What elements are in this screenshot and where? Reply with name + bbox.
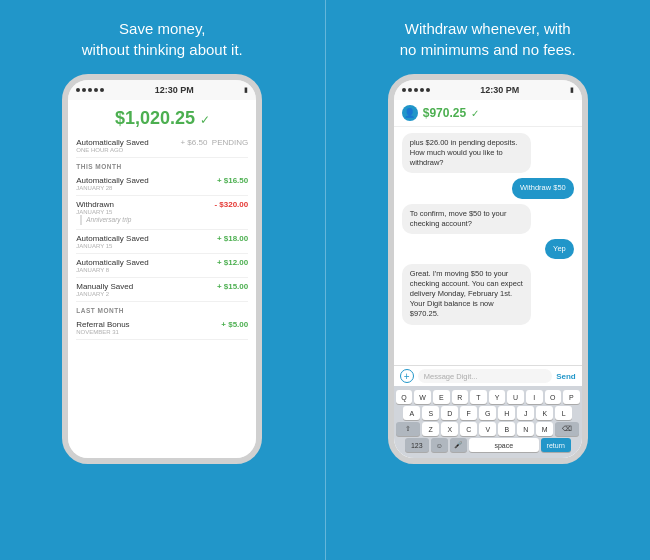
key-numbers[interactable]: 123 <box>405 438 429 452</box>
key-t[interactable]: T <box>470 390 487 404</box>
msg-text: Withdraw $50 <box>520 183 566 192</box>
tx-label: Automatically Saved <box>76 258 148 267</box>
signal-dots <box>76 88 104 92</box>
tx-item: Manually Saved JANUARY 2 + $15.00 <box>76 278 248 302</box>
tx-amount: + $5.00 <box>221 320 248 329</box>
left-status-bar: 12:30 PM ▮ <box>68 80 256 100</box>
key-space[interactable]: space <box>469 438 539 452</box>
key-v[interactable]: V <box>479 422 496 436</box>
key-h[interactable]: H <box>498 406 515 420</box>
tx-label: Manually Saved <box>76 282 133 291</box>
chat-input-bar: + Message Digit... Send <box>394 365 582 386</box>
key-shift[interactable]: ⇧ <box>396 422 420 436</box>
keyboard-row-4: 123 ☺ 🎤 space return <box>396 438 580 452</box>
tx-amount: + $6.50 PENDING <box>180 138 248 147</box>
tx-label: Automatically Saved <box>76 138 148 147</box>
tx-withdrawn: Withdrawn JANUARY 15 Anniversary trip - … <box>76 196 248 230</box>
tx-date: JANUARY 28 <box>76 185 148 191</box>
chat-plus-button[interactable]: + <box>400 369 414 383</box>
msg-bubble: plus $26.00 in pending deposits. How muc… <box>402 133 531 173</box>
tx-item: Automatically Saved JANUARY 28 + $16.50 <box>76 172 248 196</box>
right-screen: 👤 $970.25 ✓ plus $26.00 in pending depos… <box>394 100 582 458</box>
right-time: 12:30 PM <box>480 85 519 95</box>
signal-dots <box>402 88 430 92</box>
section-last-month: LAST MONTH <box>76 302 248 316</box>
chat-input[interactable]: Message Digit... <box>418 369 552 383</box>
tx-label: Automatically Saved <box>76 234 148 243</box>
left-phone: 12:30 PM ▮ $1,020.25 ✓ Automatically Sav… <box>62 74 262 464</box>
tx-amount: + $15.00 <box>217 282 248 291</box>
key-b[interactable]: B <box>498 422 515 436</box>
key-d[interactable]: D <box>441 406 458 420</box>
chat-placeholder: Message Digit... <box>424 372 478 381</box>
keyboard-row-1: Q W E R T Y U I O P <box>396 390 580 404</box>
balance-amount: $1,020.25 <box>115 108 195 128</box>
chat-check-icon: ✓ <box>471 108 479 119</box>
key-o[interactable]: O <box>545 390 562 404</box>
key-a[interactable]: A <box>403 406 420 420</box>
right-panel: Withdraw whenever, with no minimums and … <box>326 0 651 560</box>
key-l[interactable]: L <box>555 406 572 420</box>
tx-date: JANUARY 2 <box>76 291 133 297</box>
key-e[interactable]: E <box>433 390 450 404</box>
tx-label: Automatically Saved <box>76 176 148 185</box>
chat-header: 👤 $970.25 ✓ <box>394 100 582 127</box>
left-headline: Save money, without thinking about it. <box>82 18 243 60</box>
tx-date: JANUARY 8 <box>76 267 148 273</box>
tx-amount: + $18.00 <box>217 234 248 243</box>
balance-check-icon: ✓ <box>200 113 210 127</box>
msg-bubble: Yep <box>545 239 574 259</box>
right-status-bar: 12:30 PM ▮ <box>394 80 582 100</box>
tx-amount: - $320.00 <box>214 200 248 209</box>
msg-text: To confirm, move $50 to your checking ac… <box>410 209 507 228</box>
key-k[interactable]: K <box>536 406 553 420</box>
right-battery: ▮ <box>570 86 574 94</box>
key-z[interactable]: Z <box>422 422 439 436</box>
tx-item: Automatically Saved JANUARY 15 + $18.00 <box>76 230 248 254</box>
right-headline: Withdraw whenever, with no minimums and … <box>400 18 576 60</box>
right-phone: 12:30 PM ▮ 👤 $970.25 ✓ plus $26.00 in pe… <box>388 74 588 464</box>
tx-label: Withdrawn <box>76 200 131 209</box>
chat-avatar: 👤 <box>402 105 418 121</box>
msg-bubble: Great. I'm moving $50 to your checking a… <box>402 264 531 325</box>
tx-recent: Automatically Saved ONE HOUR AGO + $6.50… <box>76 134 248 158</box>
key-s[interactable]: S <box>422 406 439 420</box>
key-i[interactable]: I <box>526 390 543 404</box>
key-return[interactable]: return <box>541 438 571 452</box>
chat-send-button[interactable]: Send <box>556 372 576 381</box>
key-f[interactable]: F <box>460 406 477 420</box>
tx-item: Referral Bonus NOVEMBER 31 + $5.00 <box>76 316 248 340</box>
tx-amount: + $16.50 <box>217 176 248 185</box>
key-j[interactable]: J <box>517 406 534 420</box>
tx-date: ONE HOUR AGO <box>76 147 148 153</box>
key-delete[interactable]: ⌫ <box>555 422 579 436</box>
key-n[interactable]: N <box>517 422 534 436</box>
chat-messages: plus $26.00 in pending deposits. How muc… <box>394 127 582 365</box>
key-m[interactable]: M <box>536 422 553 436</box>
tx-date: JANUARY 15 <box>76 243 148 249</box>
key-w[interactable]: W <box>414 390 431 404</box>
key-r[interactable]: R <box>452 390 469 404</box>
msg-bubble: Withdraw $50 <box>512 178 574 198</box>
balance-section: $1,020.25 ✓ <box>68 100 256 134</box>
msg-bubble: To confirm, move $50 to your checking ac… <box>402 204 531 234</box>
keyboard: Q W E R T Y U I O P A S D F G H <box>394 386 582 458</box>
msg-text: plus $26.00 in pending deposits. How muc… <box>410 138 518 167</box>
key-c[interactable]: C <box>460 422 477 436</box>
key-u[interactable]: U <box>507 390 524 404</box>
transaction-list: Automatically Saved ONE HOUR AGO + $6.50… <box>68 134 256 458</box>
key-q[interactable]: Q <box>396 390 413 404</box>
keyboard-row-2: A S D F G H J K L <box>396 406 580 420</box>
key-emoji[interactable]: ☺ <box>431 438 448 452</box>
left-screen: $1,020.25 ✓ Automatically Saved ONE HOUR… <box>68 100 256 458</box>
key-x[interactable]: X <box>441 422 458 436</box>
chat-balance: $970.25 <box>423 106 466 120</box>
key-mic[interactable]: 🎤 <box>450 438 467 452</box>
left-time: 12:30 PM <box>155 85 194 95</box>
key-p[interactable]: P <box>563 390 580 404</box>
left-battery: ▮ <box>244 86 248 94</box>
key-y[interactable]: Y <box>489 390 506 404</box>
tx-note: Anniversary trip <box>80 215 131 225</box>
msg-text: Yep <box>553 244 566 253</box>
key-g[interactable]: G <box>479 406 496 420</box>
